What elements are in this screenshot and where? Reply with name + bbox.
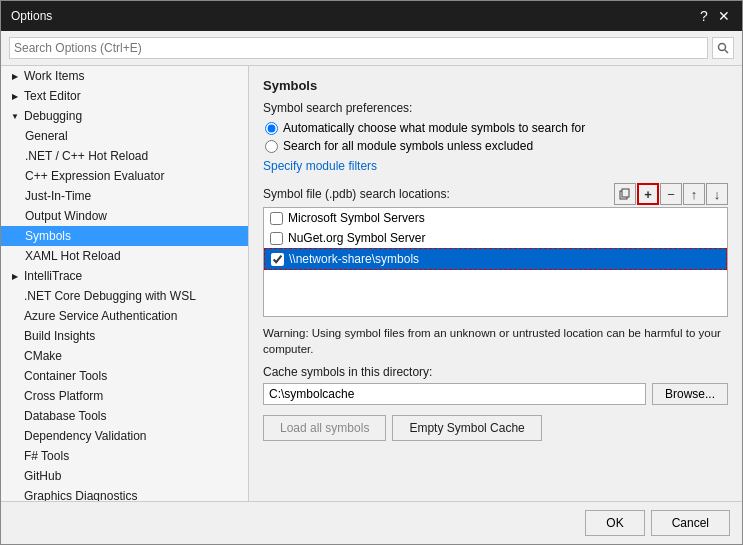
tree-item-database-tools[interactable]: ▶ Database Tools: [1, 406, 248, 426]
svg-line-1: [725, 50, 728, 53]
svg-point-0: [719, 44, 726, 51]
close-button[interactable]: ✕: [716, 8, 732, 24]
title-bar: Options ? ✕: [1, 1, 742, 31]
expand-icon: ▶: [9, 270, 21, 282]
tree-item-label: Output Window: [25, 209, 107, 223]
search-icon-button[interactable]: [712, 37, 734, 59]
tree-item-graphics-diagnostics[interactable]: ▶ Graphics Diagnostics: [1, 486, 248, 501]
search-icon: [717, 42, 729, 54]
radio-all[interactable]: Search for all module symbols unless exc…: [265, 139, 728, 153]
expand-icon: ▼: [9, 110, 21, 122]
cancel-button[interactable]: Cancel: [651, 510, 730, 536]
browse-button[interactable]: Browse...: [652, 383, 728, 405]
location-label: Microsoft Symbol Servers: [288, 211, 425, 225]
ok-button[interactable]: OK: [585, 510, 644, 536]
tree-item-net-core-wsl[interactable]: ▶ .NET Core Debugging with WSL: [1, 286, 248, 306]
dialog-content: ▶ Work Items ▶ Text Editor ▼ Debugging G…: [1, 31, 742, 501]
action-buttons: Load all symbols Empty Symbol Cache: [263, 415, 728, 441]
tree-item-fsharp-tools[interactable]: ▶ F# Tools: [1, 446, 248, 466]
location-item-microsoft[interactable]: Microsoft Symbol Servers: [264, 208, 727, 228]
tree-item-label: General: [25, 129, 68, 143]
tree-item-label: Work Items: [24, 69, 84, 83]
tree-item-label: Cross Platform: [24, 389, 103, 403]
tree-item-label: Debugging: [24, 109, 82, 123]
tree-item-output-window[interactable]: Output Window: [1, 206, 248, 226]
specify-module-filters-link[interactable]: Specify module filters: [263, 159, 728, 173]
tree-item-container-tools[interactable]: ▶ Container Tools: [1, 366, 248, 386]
tree-item-label: C++ Expression Evaluator: [25, 169, 164, 183]
tree-item-general[interactable]: General: [1, 126, 248, 146]
tree-item-label: F# Tools: [24, 449, 69, 463]
options-dialog: Options ? ✕ ▶ Work Items: [0, 0, 743, 545]
locations-label: Symbol file (.pdb) search locations:: [263, 187, 450, 201]
section-title: Symbols: [263, 78, 728, 93]
copy-locations-button[interactable]: [614, 183, 636, 205]
tree-item-build-insights[interactable]: ▶ Build Insights: [1, 326, 248, 346]
tree-item-cmake[interactable]: ▶ CMake: [1, 346, 248, 366]
radio-all-label: Search for all module symbols unless exc…: [283, 139, 533, 153]
tree-item-label: CMake: [24, 349, 62, 363]
radio-auto-label: Automatically choose what module symbols…: [283, 121, 585, 135]
add-location-button[interactable]: +: [637, 183, 659, 205]
tree-item-text-editor[interactable]: ▶ Text Editor: [1, 86, 248, 106]
tree-item-label: XAML Hot Reload: [25, 249, 121, 263]
content-panel: Symbols Symbol search preferences: Autom…: [249, 66, 742, 501]
search-input[interactable]: [9, 37, 708, 59]
tree-item-label: Just-In-Time: [25, 189, 91, 203]
tree-item-label: Dependency Validation: [24, 429, 147, 443]
move-up-button[interactable]: ↑: [683, 183, 705, 205]
main-area: ▶ Work Items ▶ Text Editor ▼ Debugging G…: [1, 66, 742, 501]
tree-item-symbols[interactable]: Symbols: [1, 226, 248, 246]
add-icon: +: [644, 187, 652, 202]
search-prefs-label: Symbol search preferences:: [263, 101, 728, 115]
empty-symbol-cache-button[interactable]: Empty Symbol Cache: [392, 415, 541, 441]
cache-directory-input[interactable]: [263, 383, 646, 405]
tree-item-label: .NET / C++ Hot Reload: [25, 149, 148, 163]
expand-icon: ▶: [9, 90, 21, 102]
title-bar-controls: ? ✕: [696, 8, 732, 24]
tree-item-net-hot-reload[interactable]: .NET / C++ Hot Reload: [1, 146, 248, 166]
microsoft-symbol-server-checkbox[interactable]: [270, 212, 283, 225]
help-button[interactable]: ?: [696, 8, 712, 24]
tree-item-dependency-validation[interactable]: ▶ Dependency Validation: [1, 426, 248, 446]
tree-item-label: Database Tools: [24, 409, 107, 423]
dialog-footer: OK Cancel: [1, 501, 742, 544]
cache-label: Cache symbols in this directory:: [263, 365, 728, 379]
tree-item-label: Graphics Diagnostics: [24, 489, 137, 501]
move-down-button[interactable]: ↓: [706, 183, 728, 205]
copy-icon: [619, 188, 631, 200]
tree-item-cpp-expression-evaluator[interactable]: C++ Expression Evaluator: [1, 166, 248, 186]
tree-item-cross-platform[interactable]: ▶ Cross Platform: [1, 386, 248, 406]
tree-item-xaml-hot-reload[interactable]: XAML Hot Reload: [1, 246, 248, 266]
toolbar-buttons: + − ↑ ↓: [614, 183, 728, 205]
cache-row: Browse...: [263, 383, 728, 405]
location-label: \\network-share\symbols: [289, 252, 419, 266]
expand-icon: ▶: [9, 70, 21, 82]
radio-group-search-prefs: Automatically choose what module symbols…: [265, 121, 728, 153]
tree-item-label: .NET Core Debugging with WSL: [24, 289, 196, 303]
tree-item-label: Text Editor: [24, 89, 81, 103]
network-share-checkbox[interactable]: [271, 253, 284, 266]
radio-all-input[interactable]: [265, 140, 278, 153]
tree-item-debugging[interactable]: ▼ Debugging: [1, 106, 248, 126]
tree-item-work-items[interactable]: ▶ Work Items: [1, 66, 248, 86]
tree-item-just-in-time[interactable]: Just-In-Time: [1, 186, 248, 206]
remove-location-button[interactable]: −: [660, 183, 682, 205]
down-icon: ↓: [714, 187, 721, 202]
radio-auto[interactable]: Automatically choose what module symbols…: [265, 121, 728, 135]
tree-item-intellitrace[interactable]: ▶ IntelliTrace: [1, 266, 248, 286]
tree-item-azure-service-auth[interactable]: ▶ Azure Service Authentication: [1, 306, 248, 326]
tree-item-label: GitHub: [24, 469, 61, 483]
search-bar: [1, 31, 742, 66]
location-label: NuGet.org Symbol Server: [288, 231, 425, 245]
locations-list: Microsoft Symbol Servers NuGet.org Symbo…: [263, 207, 728, 317]
tree-item-label: IntelliTrace: [24, 269, 82, 283]
location-item-nuget[interactable]: NuGet.org Symbol Server: [264, 228, 727, 248]
radio-auto-input[interactable]: [265, 122, 278, 135]
location-item-network-share[interactable]: \\network-share\symbols: [264, 248, 727, 270]
tree-panel: ▶ Work Items ▶ Text Editor ▼ Debugging G…: [1, 66, 249, 501]
load-all-symbols-button[interactable]: Load all symbols: [263, 415, 386, 441]
tree-item-github[interactable]: ▶ GitHub: [1, 466, 248, 486]
warning-text: Warning: Using symbol files from an unkn…: [263, 325, 728, 357]
nuget-symbol-server-checkbox[interactable]: [270, 232, 283, 245]
